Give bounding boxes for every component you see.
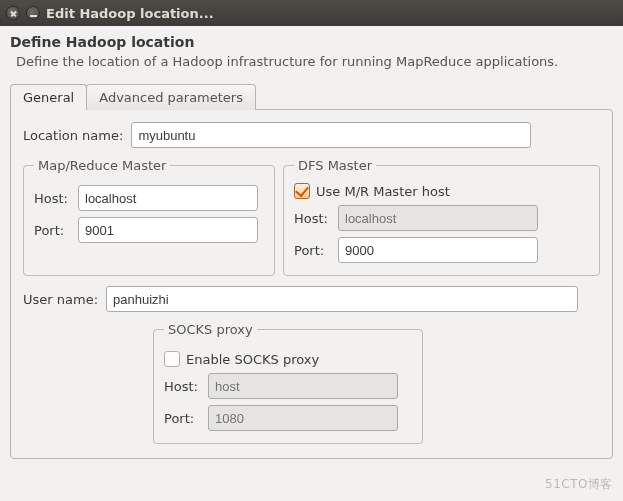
use-mr-master-label: Use M/R Master host bbox=[316, 184, 450, 199]
socks-proxy-group: SOCKS proxy Enable SOCKS proxy Host: Por… bbox=[153, 322, 423, 444]
use-mr-master-checkbox[interactable] bbox=[294, 183, 310, 199]
window-titlebar: Edit Hadoop location... bbox=[0, 0, 623, 26]
dfs-host-input bbox=[338, 205, 538, 231]
tab-row: General Advanced parameters bbox=[10, 83, 613, 109]
map-reduce-master-legend: Map/Reduce Master bbox=[34, 158, 170, 173]
dfs-host-label: Host: bbox=[294, 211, 332, 226]
socks-port-label: Port: bbox=[164, 411, 202, 426]
map-reduce-master-group: Map/Reduce Master Host: Port: bbox=[23, 158, 275, 276]
user-name-label: User name: bbox=[23, 292, 98, 307]
tab-general[interactable]: General bbox=[10, 84, 87, 110]
minimize-icon[interactable] bbox=[26, 6, 40, 20]
page-title: Define Hadoop location bbox=[10, 34, 613, 50]
tab-advanced-parameters[interactable]: Advanced parameters bbox=[86, 84, 256, 110]
socks-host-input bbox=[208, 373, 398, 399]
location-name-input[interactable] bbox=[131, 122, 531, 148]
socks-port-input bbox=[208, 405, 398, 431]
dfs-port-label: Port: bbox=[294, 243, 332, 258]
close-icon[interactable] bbox=[6, 6, 20, 20]
general-panel: Location name: Map/Reduce Master Host: P… bbox=[10, 109, 613, 459]
mr-port-input[interactable] bbox=[78, 217, 258, 243]
enable-socks-checkbox[interactable] bbox=[164, 351, 180, 367]
user-name-input[interactable] bbox=[106, 286, 578, 312]
dfs-port-input[interactable] bbox=[338, 237, 538, 263]
mr-host-input[interactable] bbox=[78, 185, 258, 211]
window-title: Edit Hadoop location... bbox=[46, 6, 214, 21]
dialog-content: Define Hadoop location Define the locati… bbox=[0, 26, 623, 469]
watermark-text: 51CTO博客 bbox=[545, 476, 613, 493]
socks-host-label: Host: bbox=[164, 379, 202, 394]
enable-socks-label: Enable SOCKS proxy bbox=[186, 352, 319, 367]
dfs-master-legend: DFS Master bbox=[294, 158, 376, 173]
mr-host-label: Host: bbox=[34, 191, 72, 206]
page-description: Define the location of a Hadoop infrastr… bbox=[16, 54, 613, 69]
socks-proxy-legend: SOCKS proxy bbox=[164, 322, 257, 337]
mr-port-label: Port: bbox=[34, 223, 72, 238]
location-name-label: Location name: bbox=[23, 128, 123, 143]
dfs-master-group: DFS Master Use M/R Master host Host: Por… bbox=[283, 158, 600, 276]
